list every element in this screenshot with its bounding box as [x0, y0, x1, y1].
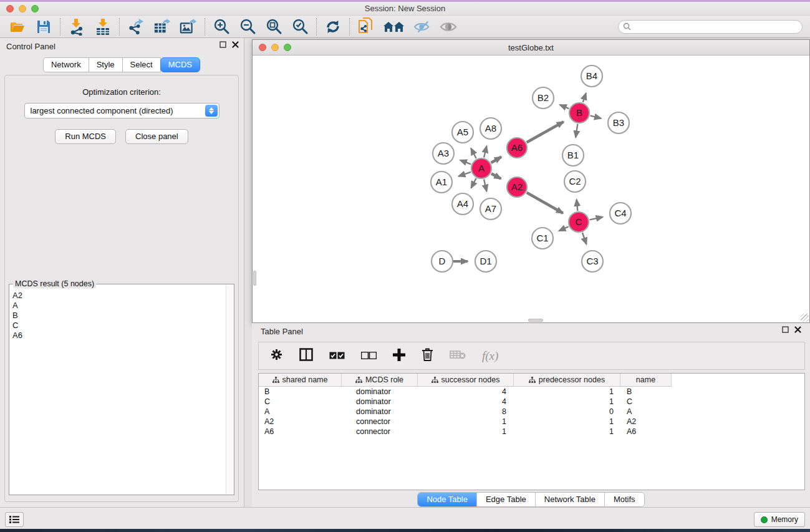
- table-cell[interactable]: 1: [514, 427, 620, 436]
- node-C[interactable]: C: [569, 212, 589, 232]
- table-cell[interactable]: connector: [342, 417, 418, 426]
- edge-B-B2[interactable]: [560, 105, 569, 109]
- table-cell[interactable]: A: [259, 407, 342, 416]
- edge-B-B3[interactable]: [590, 115, 600, 118]
- tab-style[interactable]: Style: [89, 57, 123, 72]
- export-network-icon[interactable]: [127, 18, 145, 36]
- node-A3[interactable]: A3: [433, 143, 454, 164]
- node-C4[interactable]: C4: [610, 203, 631, 224]
- table-cell[interactable]: 1: [514, 387, 620, 396]
- table-cell[interactable]: dominator: [342, 407, 418, 416]
- float-table-panel-icon[interactable]: [782, 326, 789, 333]
- table-row[interactable]: Cdominator41C: [259, 397, 672, 407]
- close-table-panel-icon[interactable]: [794, 326, 801, 333]
- export-image-icon[interactable]: [180, 18, 197, 36]
- table-cell[interactable]: A2: [620, 417, 672, 426]
- node-A[interactable]: A: [471, 158, 491, 178]
- node-C2[interactable]: C2: [564, 171, 586, 192]
- node-A1[interactable]: A1: [431, 172, 452, 193]
- table-cell[interactable]: A2: [259, 417, 342, 426]
- edge-A2-C[interactable]: [527, 193, 563, 213]
- table-cell[interactable]: 1: [418, 427, 514, 436]
- edge-A-A6[interactable]: [491, 157, 501, 163]
- first-neighbors-icon[interactable]: [383, 18, 405, 36]
- node-A7[interactable]: A7: [480, 198, 501, 220]
- result-scrollbar[interactable]: [226, 285, 233, 494]
- tab-mcds[interactable]: MCDS: [160, 57, 200, 72]
- edge-A-A5[interactable]: [471, 148, 476, 158]
- table-cell[interactable]: 1: [514, 397, 620, 406]
- hide-selected-icon[interactable]: [413, 18, 431, 36]
- tab-node-table[interactable]: Node Table: [418, 493, 476, 506]
- memory-button[interactable]: Memory: [754, 512, 805, 527]
- node-A5[interactable]: A5: [452, 122, 473, 143]
- edge-A-A4[interactable]: [471, 178, 476, 188]
- table-cell[interactable]: 1: [418, 417, 514, 426]
- import-table-icon[interactable]: [94, 18, 112, 36]
- node-D1[interactable]: D1: [475, 251, 496, 272]
- zoom-out-icon[interactable]: [239, 18, 256, 36]
- new-network-from-selection-icon[interactable]: [357, 18, 375, 36]
- table-cell[interactable]: A: [620, 407, 672, 416]
- tab-edge-table[interactable]: Edge Table: [476, 493, 535, 506]
- node-B4[interactable]: B4: [581, 65, 602, 87]
- node-A2[interactable]: A2: [507, 177, 527, 197]
- node-C1[interactable]: C1: [532, 228, 553, 249]
- close-panel-icon[interactable]: [232, 41, 239, 48]
- table-row[interactable]: A6connector11A6: [259, 427, 672, 437]
- show-all-icon[interactable]: [440, 18, 457, 36]
- node-C3[interactable]: C3: [582, 251, 603, 272]
- table-cell[interactable]: 0: [514, 407, 620, 416]
- edge-A-A2[interactable]: [491, 173, 501, 178]
- delete-column-icon[interactable]: [422, 348, 433, 364]
- node-A4[interactable]: A4: [452, 193, 473, 215]
- table-cell[interactable]: 4: [418, 397, 514, 406]
- table-cell[interactable]: 1: [514, 417, 620, 426]
- edge-B-B1[interactable]: [576, 124, 577, 138]
- export-table-icon[interactable]: [153, 18, 171, 36]
- node-A8[interactable]: A8: [480, 118, 501, 139]
- table-cell[interactable]: 8: [418, 407, 514, 416]
- table-cell[interactable]: C: [620, 397, 672, 406]
- table-settings-icon[interactable]: [270, 348, 283, 364]
- edge-A-A8[interactable]: [484, 146, 486, 157]
- zoom-selected-icon[interactable]: [291, 18, 309, 36]
- tab-select[interactable]: Select: [122, 57, 161, 72]
- table-cell[interactable]: B: [259, 387, 342, 396]
- column-header-predecessor-nodes[interactable]: predecessor nodes: [514, 374, 620, 386]
- show-columns-icon[interactable]: [299, 348, 313, 364]
- search-field[interactable]: [618, 20, 803, 34]
- search-input[interactable]: [634, 22, 798, 31]
- tab-motifs[interactable]: Motifs: [604, 493, 644, 506]
- table-cell[interactable]: dominator: [342, 397, 418, 406]
- result-list-item[interactable]: B: [10, 311, 226, 321]
- column-header-name[interactable]: name: [620, 374, 672, 386]
- canvas-horizontal-scrollbar[interactable]: [528, 319, 543, 322]
- edge-A-A1[interactable]: [458, 172, 471, 177]
- zoom-fit-icon[interactable]: [265, 18, 282, 36]
- apply-layout-icon[interactable]: [324, 18, 342, 36]
- add-column-icon[interactable]: [393, 349, 405, 364]
- edge-B-B4[interactable]: [583, 93, 586, 102]
- table-cell[interactable]: dominator: [342, 387, 418, 396]
- open-file-icon[interactable]: [9, 18, 26, 36]
- task-history-button[interactable]: [5, 512, 24, 527]
- tab-network-table[interactable]: Network Table: [535, 493, 604, 506]
- table-row[interactable]: Bdominator41B: [259, 387, 672, 397]
- result-list-item[interactable]: A6: [10, 331, 226, 341]
- node-B[interactable]: B: [569, 103, 589, 123]
- select-all-icon[interactable]: [329, 351, 345, 362]
- table-row[interactable]: Adominator80A: [259, 407, 672, 417]
- result-list-item[interactable]: A: [10, 301, 226, 311]
- node-B3[interactable]: B3: [608, 112, 629, 133]
- node-B1[interactable]: B1: [562, 145, 584, 166]
- close-panel-button[interactable]: Close panel: [125, 129, 188, 144]
- edge-C-C2[interactable]: [577, 200, 578, 211]
- network-canvas[interactable]: AA1A2A3A4A5A6A7A8BB1B2B3B4CC1C2C3C4DD1: [253, 56, 809, 322]
- edge-A-A3[interactable]: [460, 160, 471, 165]
- window-resize-grip[interactable]: [801, 314, 809, 322]
- table-cell[interactable]: A6: [620, 427, 672, 436]
- table-cell[interactable]: connector: [342, 427, 418, 436]
- table-cell[interactable]: 4: [418, 387, 514, 396]
- column-header-MCDS-role[interactable]: MCDS role: [342, 374, 418, 386]
